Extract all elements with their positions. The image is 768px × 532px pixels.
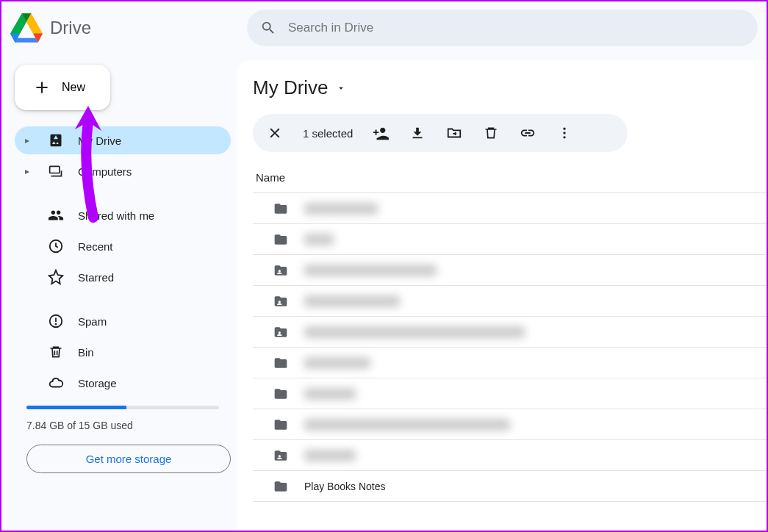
- content-area: My Drive 1 selected Name Play Books Note…: [237, 60, 767, 531]
- plus-icon: [32, 78, 51, 97]
- folder-icon: [273, 232, 290, 247]
- svg-rect-0: [50, 166, 60, 173]
- spam-icon: [47, 312, 65, 330]
- location-breadcrumb[interactable]: My Drive: [253, 76, 767, 99]
- svg-point-10: [279, 455, 281, 457]
- sidebar-item-shared[interactable]: Shared with me: [15, 201, 231, 229]
- svg-point-5: [564, 132, 566, 134]
- folder-icon: [273, 201, 290, 216]
- folder-icon: [273, 479, 290, 494]
- download-button[interactable]: [409, 124, 426, 142]
- cloud-icon: [47, 374, 65, 392]
- share-button[interactable]: [372, 124, 390, 142]
- file-row[interactable]: [253, 255, 767, 286]
- file-name: [304, 203, 378, 215]
- location-label: My Drive: [253, 76, 329, 99]
- topbar: Drive: [1, 1, 767, 54]
- file-name: [304, 326, 525, 338]
- sidebar-item-label: My Drive: [78, 134, 121, 147]
- storage-progress: [26, 406, 219, 409]
- file-row[interactable]: [253, 378, 767, 409]
- new-button[interactable]: New: [15, 65, 110, 110]
- file-name: Play Books Notes: [304, 481, 386, 492]
- file-list: Play Books Notes: [253, 193, 767, 502]
- sidebar-item-bin[interactable]: Bin: [15, 338, 231, 366]
- storage-text: 7.84 GB of 15 GB used: [26, 420, 231, 431]
- svg-point-4: [564, 128, 566, 130]
- computers-icon: [47, 162, 65, 180]
- close-selection-button[interactable]: [266, 124, 284, 142]
- get-more-storage-button[interactable]: Get more storage: [26, 445, 231, 473]
- folder-icon: [273, 417, 290, 432]
- clock-icon: [47, 237, 65, 255]
- svg-point-9: [279, 331, 281, 334]
- file-row[interactable]: [253, 440, 767, 471]
- sidebar-item-label: Spam: [78, 315, 107, 328]
- sidebar-item-computers[interactable]: ▸ Computers: [15, 157, 231, 185]
- move-button[interactable]: [445, 124, 463, 142]
- shared-folder-icon: [273, 263, 290, 278]
- file-name: [304, 234, 334, 245]
- file-name: [304, 419, 510, 431]
- sidebar-item-storage[interactable]: Storage: [15, 369, 231, 397]
- file-name: [304, 450, 356, 461]
- file-row[interactable]: Play Books Notes: [253, 471, 767, 502]
- sidebar-item-label: Recent: [78, 240, 113, 253]
- drive-icon: [47, 132, 65, 149]
- brand-name: Drive: [50, 18, 91, 38]
- file-row[interactable]: [253, 409, 767, 440]
- folder-icon: [273, 356, 290, 370]
- people-icon: [47, 206, 65, 224]
- more-options-button[interactable]: [556, 124, 573, 142]
- file-row[interactable]: [253, 348, 767, 378]
- link-button[interactable]: [519, 124, 536, 142]
- file-name: [304, 295, 400, 307]
- sidebar-item-label: Shared with me: [78, 209, 154, 222]
- sidebar-item-spam[interactable]: Spam: [15, 307, 231, 335]
- shared-folder-icon: [273, 294, 290, 309]
- file-row[interactable]: [253, 193, 767, 224]
- trash-icon: [47, 343, 65, 361]
- sidebar-item-starred[interactable]: Starred: [15, 263, 231, 291]
- chevron-down-icon: [336, 83, 346, 93]
- svg-point-7: [279, 270, 281, 272]
- chevron-right-icon: ▸: [25, 166, 34, 176]
- search-icon: [260, 20, 276, 36]
- sidebar-item-recent[interactable]: Recent: [15, 232, 231, 260]
- file-name: [304, 265, 437, 276]
- sidebar-item-label: Bin: [78, 346, 94, 359]
- selection-count: 1 selected: [303, 127, 353, 140]
- file-name: [304, 357, 370, 369]
- sidebar-item-label: Storage: [78, 377, 117, 389]
- column-header-name[interactable]: Name: [253, 165, 767, 193]
- shared-folder-icon: [273, 448, 290, 463]
- selection-toolbar: 1 selected: [253, 114, 628, 152]
- file-row[interactable]: [253, 286, 767, 317]
- delete-button[interactable]: [482, 124, 500, 142]
- file-row[interactable]: [253, 224, 767, 255]
- svg-point-6: [564, 136, 566, 138]
- shared-folder-icon: [273, 325, 290, 339]
- sidebar: New ▸ My Drive ▸ Computers Shared with m…: [1, 54, 237, 531]
- drive-logo-icon: [10, 12, 43, 44]
- svg-point-8: [279, 301, 281, 303]
- file-row[interactable]: [253, 317, 767, 348]
- sidebar-item-label: Computers: [78, 165, 132, 178]
- brand[interactable]: Drive: [10, 12, 238, 44]
- search-input[interactable]: [288, 21, 744, 35]
- file-name: [304, 388, 356, 400]
- sidebar-item-label: Starred: [78, 271, 114, 284]
- search-bar[interactable]: [247, 10, 758, 46]
- svg-point-3: [55, 324, 56, 325]
- chevron-right-icon: ▸: [25, 135, 34, 145]
- star-icon: [47, 268, 65, 286]
- folder-icon: [273, 387, 290, 401]
- new-button-label: New: [62, 81, 85, 94]
- sidebar-item-my-drive[interactable]: ▸ My Drive: [15, 126, 231, 154]
